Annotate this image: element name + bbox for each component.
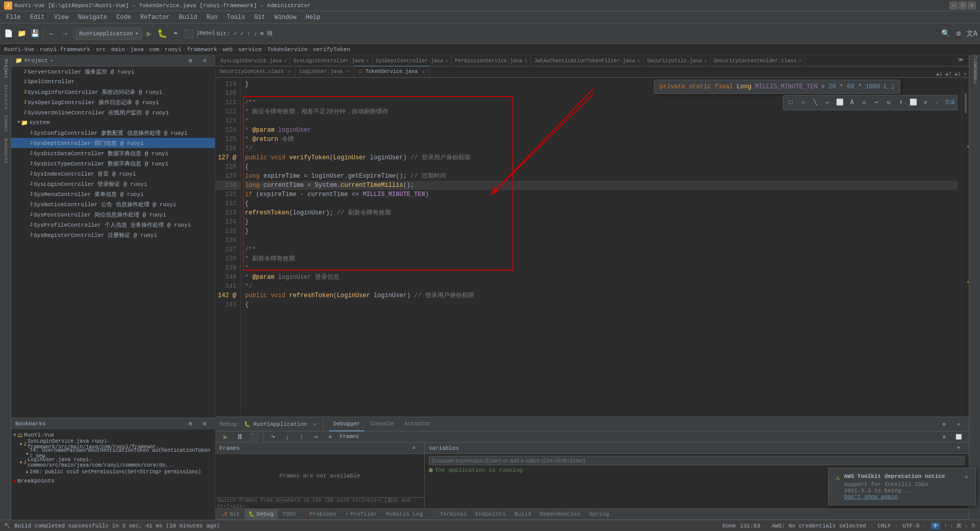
- tree-sysdicttype-controller[interactable]: J SysDictTypeController 数据字典信息 @ ruoyi: [11, 158, 215, 168]
- debug-frames-tab[interactable]: Frames: [343, 431, 355, 443]
- close-button[interactable]: ✕: [968, 2, 976, 10]
- tab-close[interactable]: ✕: [288, 68, 291, 75]
- menu-run[interactable]: Run: [202, 13, 222, 22]
- toolbar-forward[interactable]: →: [59, 28, 71, 40]
- debug-settings[interactable]: ⚙: [938, 418, 950, 430]
- toolbar-back[interactable]: ←: [45, 28, 58, 40]
- draw-rect[interactable]: □: [785, 97, 796, 108]
- frames-filter[interactable]: ≡: [408, 443, 420, 454]
- bc-src[interactable]: src: [96, 46, 106, 53]
- tab-permissionservice[interactable]: PermissionService.java ✕: [452, 56, 531, 66]
- draw-undo[interactable]: ↩: [871, 97, 882, 108]
- tree-sysoperlog-controller[interactable]: J SysOperlogController 操作日志记录 @ ruoyi: [11, 97, 215, 107]
- tree-sysdictdata-controller[interactable]: J SysDictDataController 数据字典信息 @ ruoyi: [11, 148, 215, 158]
- project-settings[interactable]: ⚙: [184, 55, 197, 67]
- debug-resume[interactable]: ▶: [219, 431, 232, 443]
- toolbar-save[interactable]: 💾: [29, 28, 41, 40]
- debug-stepover[interactable]: ↷: [267, 431, 279, 443]
- tab-close[interactable]: ✕: [637, 58, 640, 64]
- bc-service[interactable]: service: [238, 46, 262, 53]
- tree-sysindex-controller[interactable]: J SysIndexController 首页 @ ruoyi: [11, 168, 215, 179]
- tree-sysloginfor-controller[interactable]: J SysLoginforController 系统访问记录 @ ruoyi: [11, 87, 215, 97]
- draw-text[interactable]: A: [846, 97, 857, 108]
- draw-done[interactable]: 完成: [944, 97, 955, 108]
- bottom-tab-dependencies[interactable]: Dependencies: [536, 509, 584, 520]
- tree-syspost-controller[interactable]: J SysPostController 岗位信息操作处理 @ ruoyi: [11, 209, 215, 220]
- coverage-button[interactable]: ☂: [169, 28, 182, 40]
- tab-sysdeptcontroller[interactable]: SysDeptController.java ✕: [373, 56, 452, 66]
- tree-sysdept-controller[interactable]: J SysDeptController 部门信息 @ ruoyi: [11, 138, 215, 148]
- tree-syslogin-controller[interactable]: J SysLoginController 登录验证 @ ruoyi: [11, 179, 215, 189]
- bottom-tab-git[interactable]: ⎇ Git: [217, 509, 244, 520]
- vars-add[interactable]: +: [952, 443, 965, 454]
- right-database[interactable]: Database: [970, 68, 979, 78]
- tab-syslogincontroller[interactable]: SysLoginController.java ✕: [290, 56, 373, 66]
- tab-close[interactable]: ✕: [366, 58, 369, 64]
- bottom-tab-spring[interactable]: Spring: [585, 509, 614, 520]
- tab-securitycontextholder[interactable]: SecurityContextHolder.class ✕: [710, 56, 805, 66]
- translate-button[interactable]: 文A: [966, 28, 978, 40]
- tree-sysmenu-controller[interactable]: J SysMenuController 菜单信息 @ ruoyi: [11, 189, 215, 199]
- project-filter[interactable]: ≡: [199, 55, 211, 67]
- bookmark-breakpoints[interactable]: ● Breakpoints: [11, 476, 215, 486]
- debug-stepin[interactable]: ↓: [281, 431, 293, 443]
- bc-ruoyi[interactable]: ruoyi: [165, 46, 182, 53]
- tabs-overflow[interactable]: ≫: [954, 55, 967, 66]
- debug-fullscreen[interactable]: ⬜: [952, 431, 965, 443]
- vtab-commit[interactable]: Commit: [2, 113, 9, 134]
- draw-download[interactable]: ⬇: [895, 97, 906, 108]
- menu-navigate[interactable]: Navigate: [74, 13, 111, 22]
- notif-dismiss-link[interactable]: Don't show again: [844, 494, 898, 500]
- run-config-dropdown[interactable]: RuoYiApplication ▾: [76, 28, 142, 40]
- bookmark-loginuser[interactable]: ▼ J LoginUser.java ruoyi-common/src/main…: [11, 458, 215, 467]
- draw-diamond[interactable]: ◇: [859, 97, 870, 108]
- vtab-structure[interactable]: Structure: [2, 83, 9, 112]
- settings-button[interactable]: ⚙: [952, 28, 965, 40]
- draw-delete[interactable]: ✕: [920, 97, 931, 108]
- menu-window[interactable]: Window: [271, 13, 301, 22]
- bottom-tab-debug[interactable]: 🐛 Debug: [244, 509, 278, 520]
- menu-view[interactable]: View: [50, 13, 73, 22]
- bc-main[interactable]: main: [111, 46, 125, 53]
- tab-debugger[interactable]: Debugger: [329, 417, 364, 431]
- tree-sysconfg-controller[interactable]: J SysConfigController 参数配置 信息操作处理 @ ruoy…: [11, 128, 215, 138]
- tab-securitycontext[interactable]: SecurityContext.class ✕: [215, 66, 296, 77]
- menu-git[interactable]: Git: [250, 13, 270, 22]
- debug-stop2[interactable]: ⬛: [248, 431, 260, 443]
- tree-sysnotice-controller[interactable]: J SysNoticeController 公告 信息操作处理 @ ruoyi: [11, 199, 215, 209]
- debug-stepout[interactable]: ↑: [296, 431, 308, 443]
- tab-loginuser[interactable]: LoginUser.java ✕: [296, 66, 354, 77]
- menu-tools[interactable]: Tools: [223, 13, 249, 22]
- run-button[interactable]: ▶: [143, 28, 155, 40]
- bc-framework[interactable]: ruoyi-framework: [40, 46, 90, 53]
- tab-close[interactable]: ✕: [798, 58, 801, 64]
- tree-spel-controller[interactable]: J SpelController: [11, 77, 215, 87]
- draw-check[interactable]: ✓: [932, 97, 943, 108]
- menu-code[interactable]: Code: [112, 13, 135, 22]
- bc-framework2[interactable]: framework: [187, 46, 217, 53]
- bottom-tab-todo[interactable]: TODO: [278, 509, 300, 520]
- bottom-tab-endpoints[interactable]: Endpoints: [471, 509, 509, 520]
- bc-web[interactable]: web: [223, 46, 233, 53]
- vtab-project[interactable]: Project: [2, 57, 9, 81]
- tab-jwtfilter[interactable]: JwtAuthenticationTokenFilter.java ✕: [531, 56, 644, 66]
- debug-settings2[interactable]: ⚙: [938, 431, 950, 443]
- search-everywhere[interactable]: 🔍: [939, 28, 951, 40]
- debug-runtocursor[interactable]: ⇒: [310, 431, 322, 443]
- maximize-button[interactable]: □: [959, 2, 967, 10]
- tab-securityutils[interactable]: SecurityUtils.java ✕: [644, 56, 710, 66]
- bookmark-line246[interactable]: ★ 246: public void setPermissions(Set<St…: [11, 467, 215, 476]
- menu-edit[interactable]: Edit: [26, 13, 49, 22]
- tree-sysregister-controller[interactable]: J SysRegisterController 注册验证 @ ruoyi: [11, 230, 215, 240]
- tab-sysloginservice[interactable]: SysLoginService.java ✕: [217, 56, 290, 66]
- bottom-tab-build[interactable]: Build: [510, 509, 535, 520]
- debug-button[interactable]: 🐛: [156, 28, 168, 40]
- tab-close[interactable]: ✕: [347, 68, 350, 75]
- debug-eval[interactable]: +: [324, 431, 336, 443]
- bc-tokenservice[interactable]: TokenService: [267, 46, 307, 53]
- bc-com[interactable]: com: [149, 46, 159, 53]
- bottom-tab-profiler[interactable]: ⚡ Profiler: [341, 509, 381, 520]
- tree-sysuseronline-controller[interactable]: J SysUserOnlineController 在线用户监控 @ ruoyi: [11, 107, 215, 117]
- tree-system-folder[interactable]: ▼ 📁 system: [11, 117, 215, 128]
- notif-close[interactable]: ✕: [965, 473, 968, 481]
